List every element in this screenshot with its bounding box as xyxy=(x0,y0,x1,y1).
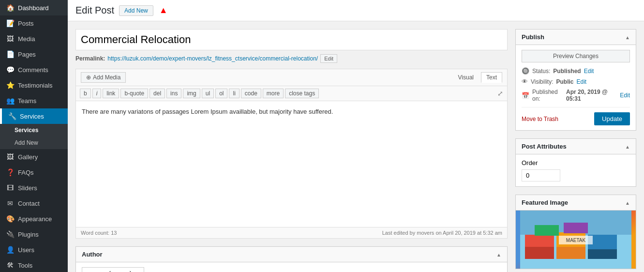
sidebar-column: Publish Preview Changes 🔘 Status: Publis… xyxy=(515,29,636,272)
toolbar-ul[interactable]: ul xyxy=(202,89,214,98)
appearance-icon: 🎨 xyxy=(6,215,15,223)
post-attributes-body: Order xyxy=(516,154,636,186)
toolbar-bquote[interactable]: b-quote xyxy=(120,89,148,98)
toolbar-ol[interactable]: ol xyxy=(215,89,227,98)
sidebar-item-faqs[interactable]: ❓ FAQs xyxy=(0,165,68,180)
featured-image-thumbnail[interactable]: MAETAK xyxy=(516,211,636,269)
pages-icon: 📄 xyxy=(6,50,15,58)
posts-icon: 📝 xyxy=(6,19,15,27)
author-box: Author movers (movers) xyxy=(75,246,508,272)
media-icon: 🖼 xyxy=(6,35,15,43)
move-to-trash-link[interactable]: Move to Trash xyxy=(522,116,558,122)
svg-rect-3 xyxy=(525,247,554,259)
sidebar-subitem-services[interactable]: Services xyxy=(0,124,68,136)
faqs-icon: ❓ xyxy=(6,168,15,176)
order-label: Order xyxy=(522,159,538,166)
svg-rect-9 xyxy=(564,223,588,233)
visual-tab[interactable]: Visual xyxy=(453,72,479,83)
featured-image-svg: MAETAK xyxy=(516,211,636,269)
toolbar-link[interactable]: link xyxy=(103,89,119,98)
publish-box-header[interactable]: Publish xyxy=(516,30,636,45)
toolbar-italic[interactable]: i xyxy=(92,89,102,98)
featured-image-header[interactable]: Featured Image xyxy=(516,195,636,211)
published-edit-link[interactable]: Edit xyxy=(620,92,630,99)
testimonials-icon: ⭐ xyxy=(6,81,15,89)
toolbar-ins[interactable]: ins xyxy=(166,89,181,98)
toolbar-del[interactable]: del xyxy=(150,89,165,98)
status-icon: 🔘 xyxy=(522,67,529,75)
featured-image-box: Featured Image xyxy=(515,195,636,269)
sidebar-subitem-add-new[interactable]: Add New xyxy=(0,136,68,149)
editor-view-tabs: Visual Text xyxy=(453,72,502,83)
sidebar: 🏠 Dashboard 📝 Posts 🖼 Media 📄 Pages 💬 Co… xyxy=(0,0,68,272)
permalink-label: Permalink: xyxy=(75,55,105,62)
contact-icon: ✉ xyxy=(6,199,15,207)
order-input[interactable] xyxy=(522,169,560,181)
add-new-button[interactable]: Add New xyxy=(119,5,153,16)
sliders-icon: 🎞 xyxy=(6,184,15,192)
post-attributes-header[interactable]: Post Attributes xyxy=(516,139,636,154)
sidebar-item-users[interactable]: 👤 Users xyxy=(0,242,68,257)
featured-image-collapse-icon xyxy=(625,199,630,206)
word-count: Word count: 13 xyxy=(81,230,117,236)
tools-icon: 🛠 xyxy=(6,261,15,269)
publish-actions: Move to Trash Update xyxy=(522,107,630,125)
comments-icon: 💬 xyxy=(6,66,15,74)
author-collapse-icon xyxy=(496,251,501,258)
services-icon: 🔧 xyxy=(8,112,16,120)
publish-collapse-icon xyxy=(625,33,630,41)
toolbar-code[interactable]: code xyxy=(241,89,261,98)
editor-content[interactable]: There are many variatons of passages Lor… xyxy=(76,101,507,227)
toolbar-li[interactable]: li xyxy=(229,89,239,98)
sidebar-item-services[interactable]: 🔧 Services xyxy=(0,108,68,124)
toolbar-close-tags[interactable]: close tags xyxy=(285,89,319,98)
dashboard-icon: 🏠 xyxy=(6,4,15,12)
visibility-row: 👁 Visibility: Public Edit xyxy=(522,78,630,85)
users-icon: 👤 xyxy=(6,246,15,254)
svg-rect-5 xyxy=(556,247,585,259)
author-box-header[interactable]: Author xyxy=(76,247,507,262)
services-submenu: Services Add New xyxy=(0,124,68,149)
media-plus-icon: ⊕ xyxy=(86,74,91,81)
author-select[interactable]: movers (movers) xyxy=(82,267,144,272)
gallery-icon: 🖼 xyxy=(6,153,15,161)
top-bar: Edit Post Add New ▲ xyxy=(68,0,644,21)
sidebar-item-contact[interactable]: ✉ Contact xyxy=(0,196,68,211)
toolbar-bold[interactable]: b xyxy=(80,89,91,98)
status-edit-link[interactable]: Edit xyxy=(584,68,594,75)
sidebar-item-appearance[interactable]: 🎨 Appearance xyxy=(0,211,68,227)
editor-toolbar: b i link b-quote del ins img ul ol li co… xyxy=(76,86,507,101)
sidebar-item-dashboard[interactable]: 🏠 Dashboard xyxy=(0,0,68,15)
sidebar-item-posts[interactable]: 📝 Posts xyxy=(0,15,68,31)
status-row: 🔘 Status: Published Edit xyxy=(522,67,630,75)
sidebar-item-testimonials[interactable]: ⭐ Testimonials xyxy=(0,77,68,93)
publish-box: Publish Preview Changes 🔘 Status: Publis… xyxy=(515,29,636,131)
svg-rect-7 xyxy=(588,249,617,259)
add-media-button[interactable]: ⊕ Add Media xyxy=(81,72,126,83)
last-edited: Last edited by movers on April 20, 2019 … xyxy=(382,230,502,236)
toolbar-more[interactable]: more xyxy=(263,89,284,98)
sidebar-item-teams[interactable]: 👥 Teams xyxy=(0,93,68,108)
visibility-edit-link[interactable]: Edit xyxy=(576,78,586,85)
text-tab[interactable]: Text xyxy=(481,72,502,83)
sidebar-item-comments[interactable]: 💬 Comments xyxy=(0,62,68,77)
post-title-input[interactable] xyxy=(75,29,508,50)
update-button[interactable]: Update xyxy=(594,112,630,125)
sidebar-item-pages[interactable]: 📄 Pages xyxy=(0,46,68,62)
sidebar-item-plugins[interactable]: 🔌 Plugins xyxy=(0,227,68,242)
preview-changes-button[interactable]: Preview Changes xyxy=(522,50,630,62)
svg-rect-8 xyxy=(535,225,559,236)
sidebar-item-media[interactable]: 🖼 Media xyxy=(0,31,68,46)
sidebar-item-tools[interactable]: 🛠 Tools xyxy=(0,257,68,272)
permalink-edit-btn[interactable]: Edit xyxy=(320,54,337,63)
sidebar-item-gallery[interactable]: 🖼 Gallery xyxy=(0,149,68,165)
featured-image-body: MAETAK xyxy=(516,211,636,269)
main-content: Edit Post Add New ▲ Permalink: https://l… xyxy=(68,0,644,272)
editor-box: ⊕ Add Media Visual Text b i link b-quote… xyxy=(75,69,508,239)
expand-icon[interactable]: ⤢ xyxy=(497,90,503,97)
sidebar-item-sliders[interactable]: 🎞 Sliders xyxy=(0,180,68,196)
plugins-icon: 🔌 xyxy=(6,230,15,238)
editor-top-bar: ⊕ Add Media Visual Text xyxy=(76,69,507,86)
toolbar-img[interactable]: img xyxy=(183,89,200,98)
permalink-link[interactable]: https://luzuk.com/demo/expert-movers/lz_… xyxy=(107,55,318,62)
